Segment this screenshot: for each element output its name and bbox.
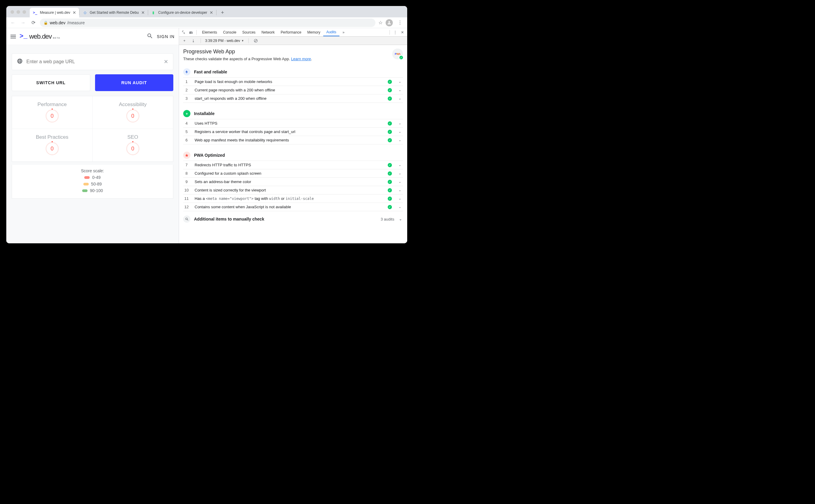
pass-icon: ✓ (388, 80, 392, 84)
audit-text: Configured for a custom splash screen (195, 171, 382, 176)
clear-icon[interactable]: ✕ (164, 58, 168, 65)
switch-url-button[interactable]: SWITCH URL (12, 74, 90, 91)
tab-title: Get Started with Remote Debu (90, 10, 138, 15)
learn-more-link[interactable]: Learn more (291, 57, 311, 61)
audit-row[interactable]: 10Content is sized correctly for the vie… (183, 186, 403, 194)
favicon-icon: ▮ (151, 10, 156, 15)
inspect-element-icon[interactable] (181, 30, 187, 34)
download-icon[interactable]: ⭳ (190, 39, 196, 43)
chevron-down-icon: ⌄ (397, 171, 402, 175)
audit-row[interactable]: 8Configured for a custom splash screen✓⌄ (183, 169, 403, 178)
tab-close-icon[interactable]: ✕ (210, 10, 213, 15)
audit-number: 11 (184, 196, 189, 201)
run-audit-button[interactable]: RUN AUDIT (95, 74, 174, 91)
globe-icon (17, 58, 23, 65)
nav-back-button[interactable]: ← (9, 19, 16, 26)
devtools-tab[interactable]: Elements (199, 28, 220, 36)
device-toggle-icon[interactable] (188, 30, 194, 34)
audit-text: Page load is fast enough on mobile netwo… (195, 79, 382, 84)
tab-close-icon[interactable]: ✕ (73, 10, 76, 15)
pass-icon: ✓ (388, 188, 392, 192)
chevron-down-icon: ⌄ (397, 88, 402, 92)
audits-report: Progressive Web App These checks validat… (179, 45, 407, 243)
svg-line-1 (254, 40, 257, 42)
section-title: PWA Optimized (194, 153, 225, 158)
chevron-down-icon: ⌄ (397, 188, 402, 192)
manual-checks-count: 3 audits (380, 217, 394, 221)
devtools-tab[interactable]: Console (220, 28, 239, 36)
devtools-tab-bar: ElementsConsoleSourcesNetworkPerformance… (179, 28, 407, 37)
devtools-tab[interactable]: Performance (278, 28, 304, 36)
audit-row[interactable]: 5Registers a service worker that control… (183, 128, 403, 136)
audit-row[interactable]: 9Sets an address-bar theme color✓⌄ (183, 178, 403, 186)
url-input-card: ✕ (12, 53, 173, 70)
audit-text: Current page responds with a 200 when of… (195, 88, 382, 92)
webdev-logo[interactable]: >_ web.dev BETA (19, 33, 60, 40)
chevron-down-icon: ⌄ (398, 217, 403, 221)
chrome-menu-button[interactable]: ⋮ (396, 20, 404, 25)
score-cell: Best Practices0 (12, 129, 93, 162)
browser-window: >_Measure | web.dev✕◇Get Started with Re… (6, 6, 407, 243)
pass-icon: ✓ (388, 121, 392, 126)
chevron-down-icon: ⌄ (397, 205, 402, 209)
audit-number: 7 (184, 163, 189, 167)
traffic-light-max[interactable] (22, 10, 26, 14)
new-audit-icon[interactable]: + (181, 39, 187, 43)
hamburger-menu-button[interactable] (10, 35, 16, 38)
browser-tab[interactable]: ◇Get Started with Remote Debu✕ (79, 8, 147, 17)
report-selector[interactable]: 3:39:29 PM - web.dev▼ (205, 39, 244, 43)
audit-row[interactable]: 12Contains some content when JavaScript … (183, 203, 403, 211)
devtools-tab[interactable]: Sources (239, 28, 258, 36)
devtools-menu-icon[interactable]: ⋮ (392, 30, 398, 34)
audit-text: Uses HTTPS (195, 121, 382, 126)
devtools-tab[interactable]: Memory (304, 28, 323, 36)
audit-row[interactable]: 6Web app manifest meets the installabili… (183, 136, 403, 144)
devtools-close-icon[interactable]: ✕ (399, 30, 405, 34)
browser-tab[interactable]: >_Measure | web.dev✕ (30, 8, 79, 17)
audit-text: Has a <meta name="viewport"> tag with wi… (195, 196, 382, 201)
legend-dot-orange (83, 183, 89, 185)
score-gauge: 0 (46, 142, 59, 155)
new-tab-button[interactable]: + (218, 8, 227, 17)
search-icon[interactable] (147, 33, 153, 40)
traffic-light-min[interactable] (16, 10, 20, 14)
devtools-tab[interactable]: Audits (323, 28, 339, 36)
legend-dot-red (84, 176, 90, 179)
audit-number: 5 (184, 129, 189, 134)
audit-row[interactable]: 1Page load is fast enough on mobile netw… (183, 78, 403, 86)
traffic-light-close[interactable] (10, 10, 14, 14)
star-icon: ★ (183, 152, 190, 159)
browser-tab[interactable]: ▮Configure on-device developer✕ (148, 8, 216, 17)
audit-number: 9 (184, 179, 189, 184)
webdev-measure-page: >_ web.dev BETA SIGN IN ✕ SWITCH URL RUN… (6, 28, 179, 243)
nav-reload-button[interactable]: ⟳ (30, 19, 37, 26)
address-bar[interactable]: 🔒 web.dev/measure (40, 19, 375, 27)
url-input[interactable] (26, 59, 160, 64)
tab-close-icon[interactable]: ✕ (141, 10, 145, 15)
audit-text: Registers a service worker that controls… (195, 129, 382, 134)
clear-icon[interactable] (253, 39, 259, 43)
manual-checks-row[interactable]: Additional items to manually check 3 aud… (183, 215, 403, 223)
audit-section: Fast and reliable1Page load is fast enou… (183, 67, 403, 103)
pass-icon: ✓ (388, 96, 392, 101)
audit-row[interactable]: 7Redirects HTTP traffic to HTTPS✓⌄ (183, 161, 403, 169)
devtools-tab[interactable]: Network (258, 28, 278, 36)
audit-row[interactable]: 3start_url responds with a 200 when offl… (183, 94, 403, 103)
chevron-down-icon: ⌄ (397, 163, 402, 167)
chevron-down-icon: ⌄ (397, 80, 402, 84)
audit-number: 2 (184, 88, 189, 92)
manual-checks-title: Additional items to manually check (194, 217, 264, 221)
audit-row[interactable]: 2Current page responds with a 200 when o… (183, 86, 403, 94)
more-tabs-icon[interactable]: » (340, 30, 346, 34)
report-description: These checks validate the aspects of a P… (183, 57, 312, 61)
legend-title: Score scale: (81, 168, 104, 173)
bookmark-star-icon[interactable]: ☆ (378, 20, 382, 25)
audit-row[interactable]: 4Uses HTTPS✓⌄ (183, 119, 403, 128)
chevron-down-icon: ⌄ (397, 130, 402, 134)
pwa-badge-icon: PWA ✓ (392, 49, 403, 59)
nav-forward-button[interactable]: → (19, 19, 27, 26)
score-cell: Performance0 (12, 96, 93, 129)
profile-avatar[interactable] (385, 19, 393, 26)
audit-row[interactable]: 11Has a <meta name="viewport"> tag with … (183, 194, 403, 203)
sign-in-button[interactable]: SIGN IN (157, 34, 174, 39)
